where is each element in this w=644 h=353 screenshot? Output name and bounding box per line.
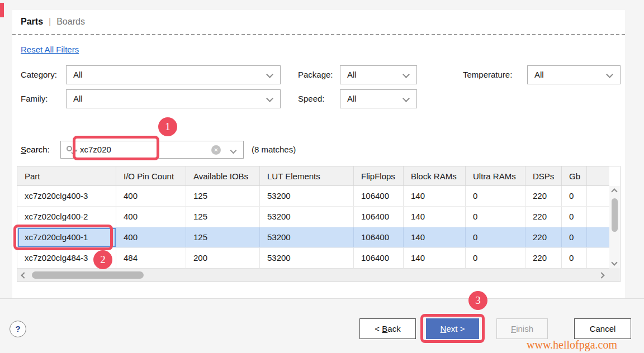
- search-label: Search:: [21, 141, 50, 159]
- table-cell[interactable]: 140: [404, 186, 466, 206]
- back-button[interactable]: < Back: [359, 318, 416, 339]
- category-value: All: [73, 70, 83, 79]
- table-cell[interactable]: 0: [562, 207, 587, 227]
- chevron-down-icon: [402, 95, 410, 102]
- table-cell[interactable]: 0: [562, 227, 587, 247]
- package-value: All: [347, 70, 357, 79]
- next-button[interactable]: Next >: [426, 318, 479, 339]
- scroll-left-icon[interactable]: [21, 272, 27, 278]
- table-row-selected[interactable]: xc7z020clg400-14001255320010640014002200: [17, 227, 609, 248]
- table-cell[interactable]: 53200: [260, 248, 354, 268]
- family-label: Family:: [21, 89, 48, 108]
- table-cell[interactable]: 400: [116, 186, 186, 206]
- chevron-down-icon[interactable]: [230, 147, 236, 154]
- family-value: All: [73, 94, 83, 103]
- table-cell-filler: [587, 186, 609, 206]
- table-row[interactable]: xc7z020clg400-24001255320010640014002200: [17, 207, 609, 227]
- chevron-down-icon: [266, 71, 273, 78]
- table-cell[interactable]: 484: [116, 248, 186, 268]
- table-cell[interactable]: 400: [116, 207, 186, 227]
- table-cell[interactable]: 220: [525, 207, 562, 227]
- column-header-part[interactable]: Part: [17, 166, 116, 185]
- tab-separator: |: [49, 17, 51, 26]
- reset-all-filters-link[interactable]: Reset All Filters: [21, 45, 79, 54]
- table-cell[interactable]: 220: [525, 186, 562, 206]
- table-cell[interactable]: 200: [186, 248, 260, 268]
- table-cell[interactable]: 400: [116, 227, 186, 247]
- part-cell[interactable]: xc7z020clg484-3: [17, 248, 116, 268]
- search-value: xc7z020: [80, 141, 111, 158]
- column-header-flipflops[interactable]: FlipFlops: [354, 166, 404, 185]
- family-select[interactable]: All: [66, 89, 281, 108]
- column-header-ultra-rams[interactable]: Ultra RAMs: [466, 166, 525, 185]
- chevron-down-icon: [266, 95, 273, 102]
- view-tabs: Parts|Boards: [21, 17, 85, 27]
- table-cell[interactable]: 106400: [354, 207, 404, 227]
- scroll-up-icon[interactable]: [611, 188, 617, 194]
- table-cell[interactable]: 140: [404, 227, 466, 247]
- table-cell[interactable]: 106400: [354, 227, 404, 247]
- table-cell[interactable]: 0: [466, 186, 525, 206]
- horizontal-scroll-thumb[interactable]: [32, 271, 144, 279]
- table-cell[interactable]: 53200: [260, 186, 354, 206]
- table-row[interactable]: xc7z020clg484-34842005320010640014002200: [17, 248, 609, 269]
- speed-label: Speed:: [298, 89, 325, 108]
- chevron-down-icon: [606, 71, 613, 78]
- table-cell[interactable]: 220: [525, 248, 562, 268]
- category-select[interactable]: All: [66, 65, 281, 84]
- table-cell[interactable]: 125: [186, 227, 260, 247]
- package-label: Package:: [298, 65, 333, 84]
- tab-parts[interactable]: Parts: [21, 17, 43, 26]
- search-icon: [67, 146, 72, 151]
- speed-value: All: [347, 94, 357, 103]
- table-cell[interactable]: 140: [404, 207, 466, 227]
- table-cell[interactable]: 53200: [260, 207, 354, 227]
- match-count: (8 matches): [252, 141, 296, 159]
- table-cell[interactable]: 0: [466, 248, 525, 268]
- footer-divider: [0, 298, 644, 299]
- column-header-filler: [587, 166, 609, 185]
- table-cell[interactable]: 53200: [260, 227, 354, 247]
- table-cell[interactable]: 140: [404, 248, 466, 268]
- search-input[interactable]: xc7z020 ✕: [60, 141, 244, 159]
- table-cell[interactable]: 125: [186, 207, 260, 227]
- vertical-scroll-thumb[interactable]: [612, 198, 618, 232]
- table-cell[interactable]: 106400: [354, 248, 404, 268]
- table-row[interactable]: xc7z020clg400-34001255320010640014002200: [17, 186, 609, 207]
- vertical-scrollbar[interactable]: [609, 186, 620, 268]
- temperature-select[interactable]: All: [527, 65, 621, 84]
- horizontal-scrollbar[interactable]: [17, 268, 609, 282]
- part-cell[interactable]: xc7z020clg400-1: [17, 227, 116, 247]
- table-cell[interactable]: 0: [562, 248, 587, 268]
- table-cell[interactable]: 0: [466, 207, 525, 227]
- column-header-lut-elements[interactable]: LUT Elements: [260, 166, 354, 185]
- scroll-down-icon[interactable]: [611, 259, 617, 265]
- table-cell-filler: [587, 248, 609, 268]
- column-header-i-o-pin-count[interactable]: I/O Pin Count: [116, 166, 186, 185]
- help-button[interactable]: ?: [10, 321, 26, 337]
- table-cell-filler: [587, 207, 609, 227]
- search-options-caret-icon[interactable]: [74, 150, 78, 152]
- column-header-dsps[interactable]: DSPs: [525, 166, 562, 185]
- table-body: xc7z020clg400-34001255320010640014002200…: [17, 186, 620, 269]
- cancel-button[interactable]: Cancel: [574, 318, 631, 339]
- table-cell[interactable]: 0: [562, 186, 587, 206]
- watermark: www.hellofpga.com: [527, 338, 625, 351]
- scroll-right-icon[interactable]: [598, 272, 604, 278]
- table-cell[interactable]: 220: [525, 227, 562, 247]
- temperature-value: All: [534, 70, 544, 79]
- column-header-block-rams[interactable]: Block RAMs: [404, 166, 466, 185]
- table-cell[interactable]: 0: [466, 227, 525, 247]
- table-cell[interactable]: 106400: [354, 186, 404, 206]
- part-cell[interactable]: xc7z020clg400-2: [17, 207, 116, 227]
- scrollbar-corner: [609, 268, 620, 282]
- clear-search-icon[interactable]: ✕: [211, 145, 221, 155]
- speed-select[interactable]: All: [340, 89, 417, 108]
- red-corner-mark: [0, 3, 4, 17]
- column-header-available-iobs[interactable]: Available IOBs: [186, 166, 260, 185]
- tab-boards[interactable]: Boards: [56, 17, 85, 26]
- column-header-gb[interactable]: Gb: [562, 166, 587, 185]
- table-cell[interactable]: 125: [186, 186, 260, 206]
- part-cell[interactable]: xc7z020clg400-3: [17, 186, 116, 206]
- package-select[interactable]: All: [340, 65, 417, 84]
